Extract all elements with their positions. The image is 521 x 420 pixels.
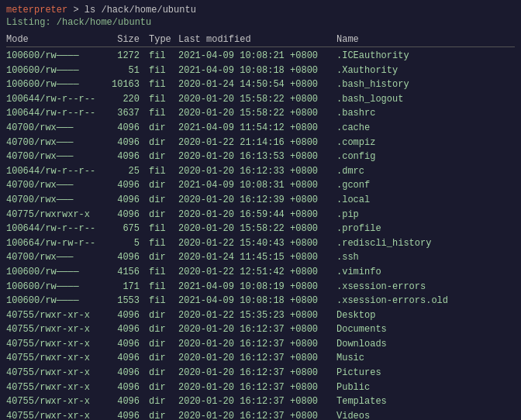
table-row: 40755/rwxr-xr-x 4096 dir 2020-01-20 16:1… [6, 351, 515, 366]
cell-size: 4096 [107, 193, 146, 208]
header-mode: Mode [6, 34, 107, 45]
table-row: 40755/rwxr-xr-x 4096 dir 2020-01-20 16:1… [6, 337, 515, 352]
cell-type: fil [146, 49, 175, 64]
cell-type: fil [146, 106, 175, 121]
listing-line: Listing: /hack/home/ubuntu [6, 17, 515, 28]
cell-size: 3637 [107, 106, 146, 121]
cell-name: Desktop [330, 308, 515, 323]
cell-size: 4096 [107, 250, 146, 265]
cell-size: 4156 [107, 265, 146, 280]
cell-type: fil [146, 164, 175, 179]
cell-type: fil [146, 265, 175, 280]
cell-size: 1553 [107, 294, 146, 308]
cell-size: 171 [107, 280, 146, 294]
table-body: 100600/rw———— 1272 fil 2021-04-09 10:08:… [6, 49, 515, 420]
cell-type: fil [146, 294, 175, 308]
cell-mode: 40700/rwx——— [6, 136, 107, 150]
cell-type: fil [146, 92, 175, 107]
table-row: 100664/rw-rw-r-- 5 fil 2020-01-22 15:40:… [6, 236, 515, 251]
command-text: ls /hack/home/ubuntu [85, 5, 196, 15]
prompt-line: meterpreter > ls /hack/home/ubuntu [6, 5, 515, 15]
cell-date: 2020-01-20 16:13:53 +0800 [175, 150, 330, 164]
table-row: 40755/rwxr-xr-x 4096 dir 2020-01-20 16:1… [6, 366, 515, 380]
cell-size: 4096 [107, 136, 146, 150]
table-row: 40755/rwxr-xr-x 4096 dir 2020-01-20 16:1… [6, 394, 515, 409]
cell-date: 2021-04-09 10:08:31 +0800 [175, 178, 330, 193]
cell-date: 2021-04-09 11:54:12 +0800 [175, 121, 330, 136]
cell-name: .profile [330, 222, 515, 236]
cell-mode: 40700/rwx——— [6, 193, 107, 208]
cell-size: 4096 [107, 322, 146, 337]
cell-type: fil [146, 280, 175, 294]
table-row: 100600/rw———— 10163 fil 2020-01-24 14:50… [6, 77, 515, 92]
cell-date: 2020-01-20 16:12:39 +0800 [175, 193, 330, 208]
cell-mode: 100600/rw———— [6, 294, 107, 308]
cell-date: 2020-01-20 16:12:37 +0800 [175, 366, 330, 380]
cell-name: .viminfo [330, 265, 515, 280]
terminal: meterpreter > ls /hack/home/ubuntu Listi… [0, 0, 521, 420]
cell-mode: 100600/rw———— [6, 49, 107, 64]
cell-mode: 100600/rw———— [6, 77, 107, 92]
cell-type: fil [146, 236, 175, 251]
cell-size: 25 [107, 164, 146, 179]
table-row: 100644/rw-r--r-- 25 fil 2020-01-20 16:12… [6, 164, 515, 179]
cell-type: dir [146, 308, 175, 323]
cell-name: .bashrc [330, 106, 515, 121]
table-row: 40755/rwxr-xr-x 4096 dir 2020-01-20 16:1… [6, 322, 515, 337]
table-row: 40700/rwx——— 4096 dir 2020-01-22 21:14:1… [6, 136, 515, 150]
cell-type: fil [146, 64, 175, 78]
cell-date: 2020-01-22 21:14:16 +0800 [175, 136, 330, 150]
cell-mode: 100644/rw-r--r-- [6, 92, 107, 107]
cell-mode: 40755/rwxr-xr-x [6, 394, 107, 409]
cell-date: 2020-01-22 15:35:23 +0800 [175, 308, 330, 323]
cell-name: .bash_logout [330, 92, 515, 107]
cell-date: 2020-01-20 16:12:37 +0800 [175, 380, 330, 395]
cell-mode: 100600/rw———— [6, 265, 107, 280]
cell-date: 2020-01-20 16:12:37 +0800 [175, 394, 330, 409]
table-row: 40700/rwx——— 4096 dir 2021-04-09 11:54:1… [6, 121, 515, 136]
header-name: Name [330, 34, 515, 45]
cell-mode: 40775/rwxrwxr-x [6, 208, 107, 222]
cell-type: dir [146, 351, 175, 366]
cell-mode: 40755/rwxr-xr-x [6, 351, 107, 366]
cell-mode: 100664/rw-rw-r-- [6, 236, 107, 251]
cell-name: .compiz [330, 136, 515, 150]
cell-size: 4096 [107, 121, 146, 136]
cell-mode: 100600/rw———— [6, 280, 107, 294]
cell-mode: 40700/rwx——— [6, 250, 107, 265]
cell-name: .config [330, 150, 515, 164]
table-row: 40755/rwxr-xr-x 4096 dir 2020-01-22 15:3… [6, 308, 515, 323]
cell-name: .gconf [330, 178, 515, 193]
cell-date: 2020-01-20 15:58:22 +0800 [175, 106, 330, 121]
cell-type: dir [146, 394, 175, 409]
cell-type: dir [146, 380, 175, 395]
cell-date: 2020-01-20 16:12:37 +0800 [175, 409, 330, 420]
cell-mode: 40755/rwxr-xr-x [6, 308, 107, 323]
table-row: 40700/rwx——— 4096 dir 2020-01-20 16:13:5… [6, 150, 515, 164]
cell-size: 4096 [107, 380, 146, 395]
cell-type: dir [146, 178, 175, 193]
cell-type: dir [146, 208, 175, 222]
table-row: 40755/rwxr-xr-x 4096 dir 2020-01-20 16:1… [6, 409, 515, 420]
cell-date: 2020-01-22 12:51:42 +0800 [175, 265, 330, 280]
cell-name: Pictures [330, 366, 515, 380]
cell-size: 5 [107, 236, 146, 251]
table-row: 40700/rwx——— 4096 dir 2020-01-20 16:12:3… [6, 193, 515, 208]
cell-date: 2020-01-20 16:12:37 +0800 [175, 322, 330, 337]
cell-type: fil [146, 222, 175, 236]
cell-name: .bash_history [330, 77, 515, 92]
table-row: 100600/rw———— 1553 fil 2021-04-09 10:08:… [6, 294, 515, 308]
cell-type: dir [146, 193, 175, 208]
cell-name: .rediscli_history [330, 236, 515, 251]
cell-name: Music [330, 351, 515, 366]
cell-date: 2020-01-24 14:50:54 +0800 [175, 77, 330, 92]
cell-mode: 100600/rw———— [6, 64, 107, 78]
cell-size: 51 [107, 64, 146, 78]
cell-size: 4096 [107, 308, 146, 323]
table-row: 100600/rw———— 1272 fil 2021-04-09 10:08:… [6, 49, 515, 64]
cell-mode: 100644/rw-r--r-- [6, 222, 107, 236]
cell-name: .cache [330, 121, 515, 136]
cell-name: .xsession-errors.old [330, 294, 515, 308]
cell-mode: 40755/rwxr-xr-x [6, 337, 107, 352]
cell-size: 4096 [107, 150, 146, 164]
